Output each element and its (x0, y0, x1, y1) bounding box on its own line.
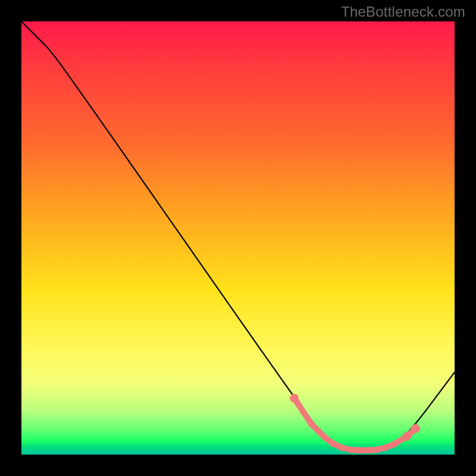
highlight-dot (365, 447, 371, 453)
highlight-dot (347, 447, 353, 453)
highlight-dot (403, 432, 411, 440)
highlight-dot (309, 421, 315, 427)
bottleneck-curve (21, 21, 455, 450)
highlight-dot (321, 434, 327, 440)
highlight-dot (391, 441, 397, 447)
highlight-dot (356, 447, 362, 453)
plot-area (21, 21, 455, 455)
chart-frame: TheBottleneck.com (0, 0, 476, 476)
highlight-dot (374, 447, 380, 453)
highlight-dot (339, 444, 345, 450)
highlight-dot (411, 424, 419, 433)
curve-layer (21, 21, 455, 455)
highlight-dot (382, 444, 388, 450)
highlight-dots (290, 394, 420, 453)
highlight-dot (330, 441, 336, 447)
attribution-label: TheBottleneck.com (341, 4, 465, 20)
highlight-dot (290, 394, 299, 402)
